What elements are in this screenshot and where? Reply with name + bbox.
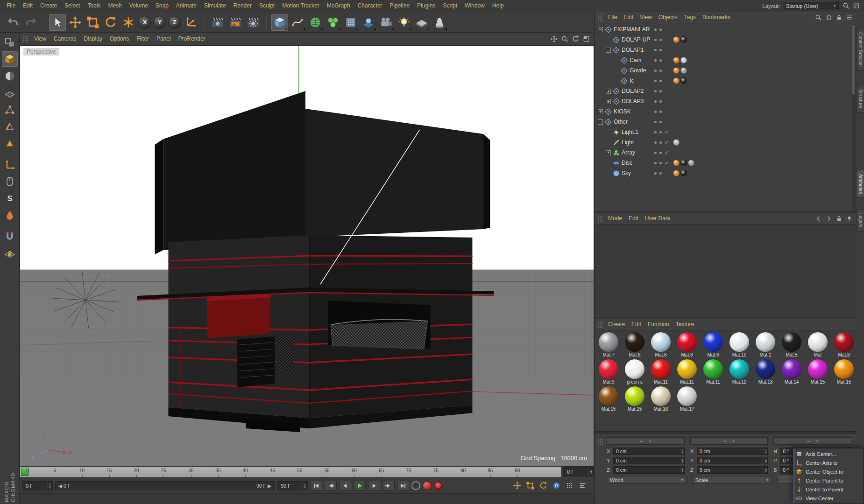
object-row-other[interactable]: −Other <box>595 117 856 127</box>
main-menu-snap[interactable]: Snap <box>152 0 172 12</box>
object-row-cam[interactable]: Cam <box>595 55 856 65</box>
search-button[interactable] <box>842 2 850 10</box>
interface-button[interactable] <box>852 2 860 10</box>
phong-tag-icon[interactable] <box>673 170 680 176</box>
points-mode-button[interactable] <box>2 102 18 117</box>
panel-grip-icon[interactable] <box>23 35 29 42</box>
visibility-dots[interactable] <box>654 59 662 62</box>
om-menu-objects[interactable]: Objects <box>655 12 681 23</box>
coord-input-x-0[interactable]: 0 cm▴▾ <box>613 448 685 455</box>
collapse-icon[interactable]: − <box>606 48 611 53</box>
edges-mode-button[interactable] <box>2 119 18 134</box>
viewport-filter-button[interactable] <box>2 174 18 189</box>
range-end-handle[interactable]: 90 F ▶ <box>256 483 271 489</box>
stage-button[interactable] <box>431 14 448 31</box>
expand-icon[interactable]: + <box>606 89 611 94</box>
stepper-arrows-icon[interactable]: ▴▾ <box>680 457 684 464</box>
stepper-arrows-icon[interactable]: ▴▾ <box>764 467 768 473</box>
lock-button[interactable] <box>835 215 843 223</box>
collapse-icon[interactable]: − <box>598 27 603 32</box>
object-row-dolap2[interactable]: +DOLAP2 <box>595 86 856 96</box>
viewport-zoom-button[interactable] <box>560 35 569 43</box>
axis-x-lock-button[interactable]: X <box>138 16 151 29</box>
om-menu-tags[interactable]: Tags <box>681 12 699 23</box>
om-menu-edit[interactable]: Edit <box>620 12 637 23</box>
kiosk-model[interactable] <box>137 91 494 432</box>
timeline-ruler[interactable]: 051015202530354045505560657075808590 0 F… <box>20 466 594 477</box>
material-mat-11[interactable]: Mat.11 <box>700 359 726 386</box>
scale-dropdown[interactable]: Scale ▾ <box>692 476 772 484</box>
visibility-dots[interactable] <box>654 162 662 164</box>
main-menu-mesh[interactable]: Mesh <box>104 0 125 12</box>
main-menu-simulate[interactable]: Simulate <box>200 0 230 12</box>
next-frame-button[interactable] <box>368 481 380 491</box>
visibility-dots[interactable] <box>654 39 662 41</box>
expand-icon[interactable]: + <box>606 99 611 104</box>
main-menu-file[interactable]: File <box>3 0 19 12</box>
om-menu-view[interactable]: View <box>637 12 655 23</box>
material-mat-10[interactable]: Mat.10 <box>726 332 752 359</box>
context-item-center-to-parent[interactable]: Center to Parent <box>793 485 864 494</box>
redo-button[interactable] <box>22 14 39 31</box>
coord-header-dropdown[interactable]: –▾ <box>690 437 768 445</box>
mat-gray-tag-icon[interactable] <box>688 160 694 166</box>
mat-dark-tag-icon[interactable] <box>680 36 687 43</box>
pin-button[interactable] <box>845 215 853 223</box>
material-mat-6[interactable]: Mat.6 <box>700 332 726 359</box>
mat-gray-tag-icon[interactable] <box>680 67 687 74</box>
attr-menu-edit[interactable]: Edit <box>625 213 642 224</box>
snap-magnet-button[interactable] <box>2 229 18 244</box>
menu-button[interactable] <box>845 14 853 22</box>
make-editable-button[interactable] <box>2 35 18 50</box>
key-pla-button[interactable] <box>565 481 574 490</box>
volume-button[interactable] <box>342 14 359 31</box>
visibility-dots[interactable] <box>654 49 662 51</box>
model-mode-button[interactable] <box>2 51 18 67</box>
stepper-arrows-icon[interactable]: ▴▾ <box>47 482 51 490</box>
object-row-govde[interactable]: Govde <box>595 65 856 76</box>
key-rotation-button[interactable] <box>538 481 548 490</box>
3d-scene[interactable]: Y X Z Grid Spacing : 10000 cm <box>20 46 594 466</box>
material-mat-6[interactable]: Mat.6 <box>622 332 648 359</box>
viewport-orbit-button[interactable] <box>571 35 580 43</box>
context-item-center-parent-to[interactable]: Center Parent to <box>793 476 864 485</box>
om-menu-file[interactable]: File <box>605 12 620 23</box>
context-item-view-center[interactable]: View Center <box>793 494 864 503</box>
main-menu-tools[interactable]: Tools <box>84 0 104 12</box>
expand-icon[interactable]: + <box>598 109 603 114</box>
visibility-dots[interactable] <box>654 90 662 92</box>
next-key-button[interactable] <box>382 481 395 491</box>
panel-grip-icon[interactable] <box>597 321 603 328</box>
main-menu-script[interactable]: Script <box>439 0 461 12</box>
main-menu-mograph[interactable]: MoGraph <box>323 0 354 12</box>
render-settings-button[interactable] <box>245 14 262 31</box>
object-row-dolap-up[interactable]: DOLAP-UP <box>595 35 856 45</box>
coord-input-y-1[interactable]: 0 cm▴▾ <box>697 457 768 464</box>
range-start-handle[interactable]: ◀ 0 F <box>58 483 71 489</box>
side-tab-structure[interactable]: Structure <box>856 85 864 112</box>
mat-menu-function[interactable]: Function <box>644 319 673 330</box>
side-tab-attributes[interactable]: Attributes <box>856 170 864 198</box>
material-mat-15[interactable]: Mat.15 <box>622 386 648 413</box>
rotate-button[interactable] <box>102 14 119 31</box>
main-menu-window[interactable]: Window <box>461 0 489 12</box>
material-mat-5[interactable]: Mat.5 <box>779 332 805 359</box>
material-mat-9[interactable]: Mat.9 <box>595 359 622 386</box>
current-frame-field[interactable]: 0 F▴▾ <box>22 481 53 490</box>
render-view-button[interactable] <box>209 14 226 31</box>
material-mat-11[interactable]: Mat.11 <box>648 359 674 386</box>
visibility-dots[interactable] <box>654 80 662 82</box>
main-menu-volume[interactable]: Volume <box>126 0 152 12</box>
subdivision-surface-button[interactable] <box>307 14 324 31</box>
object-row-light-1[interactable]: Light.1✓ <box>595 127 856 137</box>
stepper-arrows-icon[interactable]: ▴▾ <box>302 482 306 490</box>
phong-tag-icon[interactable] <box>673 36 680 43</box>
main-menu-edit[interactable]: Edit <box>19 0 36 12</box>
stepper-arrows-icon[interactable]: ▴▾ <box>680 448 684 455</box>
forward-button[interactable] <box>824 215 833 223</box>
phong-tag-icon[interactable] <box>673 77 680 84</box>
viewport-menu-cameras[interactable]: Cameras <box>50 33 80 45</box>
goto-start-button[interactable] <box>310 481 322 491</box>
main-menu-create[interactable]: Create <box>36 0 61 12</box>
workplane-mode-button[interactable] <box>2 85 18 100</box>
